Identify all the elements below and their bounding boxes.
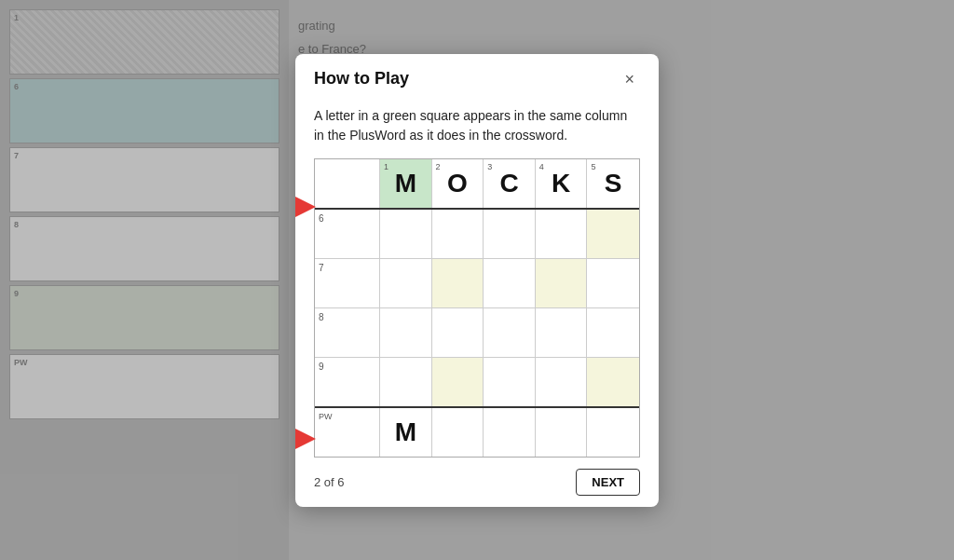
- modal-description: A letter in a green square appears in th…: [295, 99, 659, 158]
- letter-cell-2: 2 O: [432, 159, 484, 208]
- pw-cell-3: [484, 408, 536, 457]
- grid-body: 6 7: [315, 210, 639, 406]
- letter-C: C: [499, 171, 518, 197]
- arrow-top-container: [295, 194, 316, 220]
- cell-6-3: [484, 210, 536, 258]
- grid-row-8: 8: [315, 308, 639, 358]
- cell-7-5: [587, 259, 639, 307]
- modal-footer: 2 of 6 NEXT: [295, 458, 659, 507]
- row-label-6: 6: [315, 210, 380, 258]
- arrow-head-bottom: [295, 426, 316, 452]
- modal-title: How to Play: [314, 69, 409, 89]
- row-label-8: 8: [315, 308, 380, 357]
- cell-8-3: [484, 308, 536, 357]
- row-label-7: 7: [315, 259, 380, 307]
- letter-cell-5: 5 S: [587, 159, 639, 208]
- pw-row: PW M: [315, 406, 639, 457]
- letter-row-label: [315, 159, 380, 208]
- how-to-play-modal: How to Play × A letter in a green square…: [295, 54, 659, 507]
- letter-cell-1: 1 M: [380, 159, 432, 208]
- red-arrow-top: [295, 194, 316, 220]
- cell-7-1: [380, 259, 432, 307]
- grid-row-7: 7: [315, 259, 639, 308]
- cell-9-1: [380, 358, 432, 406]
- close-button[interactable]: ×: [619, 69, 640, 89]
- cell-8-4: [536, 308, 588, 357]
- cell-7-2: [432, 259, 484, 307]
- arrow-bottom-container: [295, 426, 316, 452]
- letter-S: S: [605, 171, 622, 197]
- next-button[interactable]: NEXT: [576, 469, 640, 496]
- pw-cell-4: [536, 408, 588, 457]
- pw-cell-2: [432, 408, 484, 457]
- pw-cell-5: [587, 408, 639, 457]
- letter-M: M: [395, 171, 416, 197]
- pw-row-label: PW: [315, 408, 380, 457]
- cell-9-3: [484, 358, 536, 406]
- grid-row-9: 9: [315, 358, 639, 406]
- modal-backdrop: How to Play × A letter in a green square…: [0, 0, 954, 560]
- cell-8-2: [432, 308, 484, 357]
- cell-9-2: [432, 358, 484, 406]
- crossword-grid: 1 M 2 O 3 C 4 K: [314, 158, 640, 458]
- pw-letter-M: M: [395, 417, 416, 447]
- cell-7-4: [536, 259, 588, 307]
- cell-9-4: [536, 358, 588, 406]
- letter-cell-3: 3 C: [484, 159, 536, 208]
- cell-8-1: [380, 308, 432, 357]
- modal-header: How to Play ×: [295, 54, 659, 99]
- letter-row: 1 M 2 O 3 C 4 K: [315, 159, 639, 210]
- page-indicator: 2 of 6: [314, 475, 345, 489]
- pw-cell-1: M: [380, 408, 432, 457]
- cell-9-5: [587, 358, 639, 406]
- cell-6-2: [432, 210, 484, 258]
- crossword-grid-container: 1 M 2 O 3 C 4 K: [295, 158, 659, 458]
- cell-6-1: [380, 210, 432, 258]
- cell-6-5: [587, 210, 639, 258]
- row-label-9: 9: [315, 358, 380, 406]
- grid-row-6: 6: [315, 210, 639, 259]
- letter-K: K: [552, 171, 570, 197]
- cell-6-4: [536, 210, 588, 258]
- cell-7-3: [484, 259, 536, 307]
- red-arrow-bottom: [295, 426, 316, 452]
- cell-8-5: [587, 308, 639, 357]
- arrow-head-top: [295, 194, 316, 220]
- letter-cell-4: 4 K: [536, 159, 588, 208]
- letter-O: O: [447, 171, 468, 197]
